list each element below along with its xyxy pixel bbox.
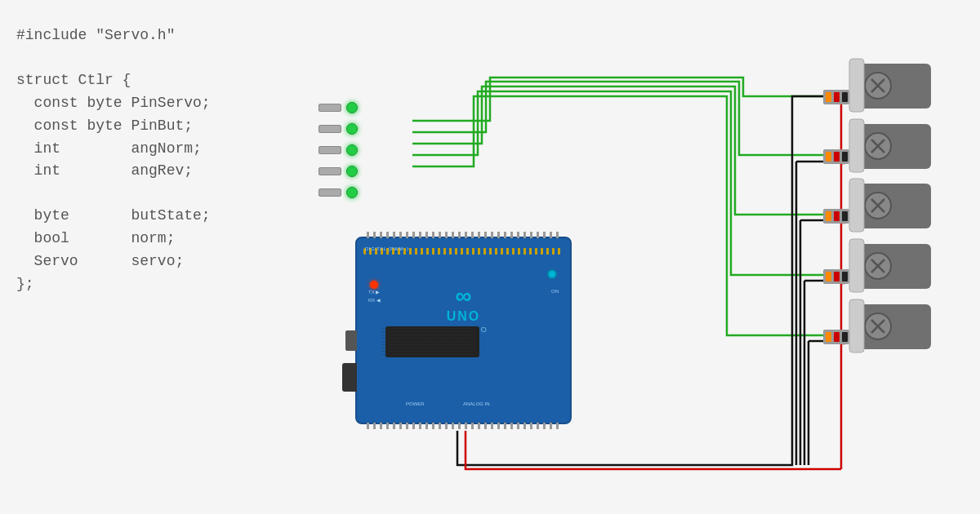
svg-rect-5 [826,152,831,162]
digital-label: DIGITAL (PWM~) [365,246,409,251]
svg-rect-20 [858,64,931,109]
svg-rect-18 [834,332,840,342]
svg-point-36 [865,253,891,279]
svg-line-27 [871,140,884,153]
svg-line-38 [871,259,884,273]
circuit-area: DIGITAL (PWM~) ∞ UNO ARDUINO TX ▶RX ◀ ON [270,0,980,514]
svg-rect-40 [858,304,931,349]
pin-connector-1 [318,104,341,112]
pin-connector-4 [318,167,341,175]
power-jack [342,363,357,392]
svg-line-22 [871,79,884,92]
svg-line-23 [871,79,884,92]
svg-rect-4 [823,149,849,164]
code-line-blank-1 [16,47,278,69]
arduino-model-label: UNO [447,309,481,323]
svg-point-26 [865,133,891,159]
green-led-3 [346,144,358,156]
svg-rect-39 [849,239,864,292]
svg-rect-7 [842,152,848,162]
svg-point-41 [865,313,891,339]
pin-row-top [367,232,560,238]
tx-rx-labels: TX ▶RX ◀ [368,289,381,304]
svg-rect-17 [826,332,831,342]
svg-rect-34 [849,179,864,232]
svg-line-33 [871,199,884,212]
code-line-10: bool norm; [16,228,278,250]
arduino-board: DIGITAL (PWM~) ∞ UNO ARDUINO TX ▶RX ◀ ON [355,237,572,424]
svg-rect-44 [849,299,864,352]
svg-rect-10 [834,211,840,221]
svg-rect-1 [826,92,831,102]
svg-point-21 [865,73,891,99]
svg-rect-25 [858,124,931,169]
analog-label: ANALOG IN [463,401,490,406]
svg-rect-3 [842,92,848,102]
svg-rect-12 [823,269,849,284]
pin-row-bottom [367,423,560,429]
pin-connector-3 [318,146,341,154]
led-pins-area [318,102,358,208]
svg-rect-6 [834,152,840,162]
svg-rect-13 [826,272,831,281]
code-line-11: Servo servo; [16,250,278,273]
svg-line-42 [871,320,884,333]
green-led-4 [346,166,358,177]
green-led-5 [346,187,358,198]
svg-line-28 [871,140,884,153]
reset-button[interactable] [547,269,557,279]
pin-connector-2 [318,125,341,133]
svg-rect-0 [823,90,849,104]
arduino-infinity-symbol: ∞ [438,283,489,309]
svg-rect-9 [826,211,831,221]
code-line-9: byte butState; [16,205,278,228]
code-line-5: const byte PinBut; [16,115,278,138]
code-line-6: int angNorm; [16,138,278,161]
code-line-3: struct Ctlr { [16,69,278,92]
code-line-7: int angRev; [16,160,278,183]
svg-line-32 [871,199,884,212]
green-led-2 [346,123,358,135]
svg-rect-16 [823,330,849,344]
code-line-blank-2 [16,183,278,205]
svg-rect-35 [858,244,931,289]
svg-rect-29 [849,119,864,172]
svg-line-37 [871,259,884,273]
svg-line-43 [871,320,884,333]
green-led-1 [346,102,358,113]
code-line-12: }; [16,273,278,296]
led-red [370,281,378,289]
code-panel: #include "Servo.h" struct Ctlr { const b… [0,0,294,514]
usb-port [345,330,357,351]
ic-chip [385,326,479,357]
svg-rect-8 [823,209,849,224]
code-line-4: const byte PinServo; [16,92,278,115]
pin-connector-5 [318,188,341,197]
svg-rect-19 [842,332,848,342]
code-line-1: #include "Servo.h" [16,24,278,47]
svg-rect-11 [842,211,848,221]
svg-rect-24 [849,59,864,112]
on-label: ON [551,289,559,294]
power-label: POWER [406,401,425,406]
svg-point-31 [865,193,891,219]
svg-rect-15 [842,272,848,281]
svg-rect-30 [858,184,931,228]
svg-rect-14 [834,272,840,281]
svg-rect-2 [834,92,840,102]
